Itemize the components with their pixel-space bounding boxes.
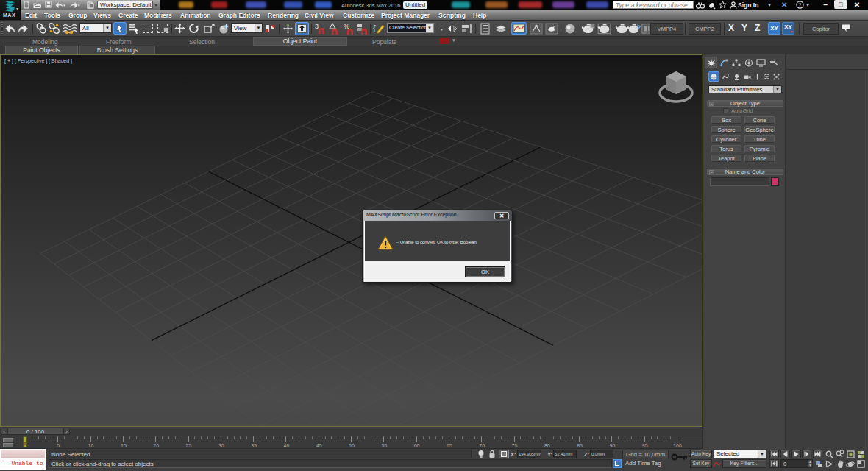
svg-text:{: { — [373, 24, 376, 32]
svg-text:?: ? — [798, 2, 801, 7]
svg-text:3: 3 — [315, 23, 319, 30]
svg-text:%: % — [344, 23, 349, 30]
